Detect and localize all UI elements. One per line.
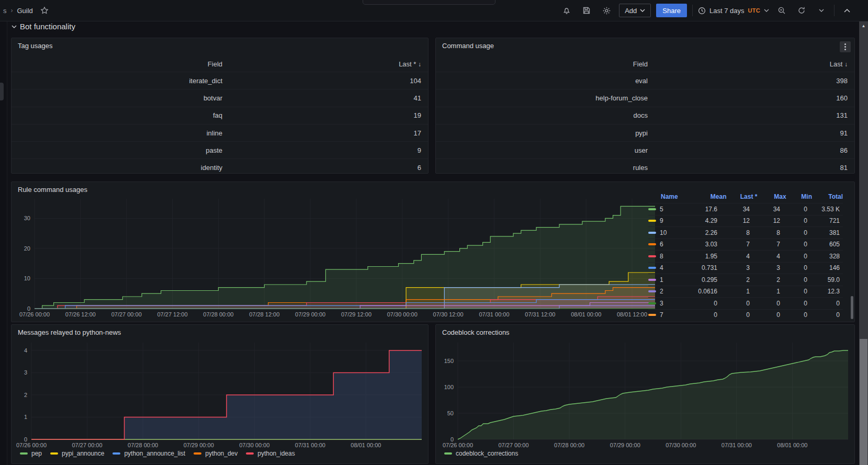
legend-row[interactable]: 94.2912120721: [648, 215, 843, 227]
legend-item[interactable]: codeblock_corrections: [444, 450, 518, 457]
x-axis-tick-label: 08/01 00:00: [571, 311, 601, 318]
legend-label: python_ideas: [257, 450, 295, 457]
x-axis-tick-label: 07/28 12:00: [249, 311, 279, 318]
legend-cell-min: 0: [780, 288, 807, 295]
gear-icon[interactable]: [599, 3, 614, 18]
table-row: rules81: [436, 158, 854, 174]
x-axis-tick-label: 07/29 00:00: [184, 442, 214, 449]
legend-row[interactable]: 10.29522059.0: [648, 274, 843, 286]
refresh-icon[interactable]: [794, 3, 809, 18]
panel-title[interactable]: Rule command usages: [18, 186, 87, 194]
table-row: docs131: [436, 107, 854, 124]
table-row: iterate_dict104: [12, 72, 428, 89]
legend-column-header[interactable]: Max: [757, 193, 786, 200]
legend-item[interactable]: python_announce_list: [112, 450, 185, 457]
column-header-field[interactable]: Field: [436, 60, 655, 68]
legend-cell-min: 0: [780, 264, 807, 271]
cell-last: 398: [655, 77, 854, 85]
legend-item[interactable]: pep: [20, 450, 42, 457]
legend-cell-mean: 0: [683, 300, 717, 307]
rule-command-usages-chart[interactable]: 010203007/26 00:0007/26 12:0007/27 00:00…: [16, 196, 657, 318]
breadcrumb-current[interactable]: Guild: [17, 7, 33, 15]
panel-title[interactable]: Codeblock corrections: [442, 328, 510, 336]
legend-cell-max: 2: [750, 276, 780, 283]
page-scrollbar[interactable]: [859, 21, 868, 465]
series-color-icon: [648, 302, 656, 304]
refresh-interval-chevron-icon[interactable]: [814, 3, 829, 18]
legend-label: python_dev: [205, 450, 238, 457]
x-axis-tick-label: 07/31 00:00: [295, 442, 325, 449]
row-header-bot-functionality[interactable]: Bot functionality: [12, 22, 75, 31]
legend-scrollbar-thumb[interactable]: [851, 296, 853, 319]
cell-last: 9: [229, 146, 428, 154]
legend-row[interactable]: 40.731330146: [648, 262, 843, 274]
legend-cell-total: 328: [807, 253, 840, 260]
save-icon[interactable]: [579, 3, 594, 18]
series-color-icon: [648, 290, 656, 292]
panel-menu-icon[interactable]: [840, 41, 851, 52]
toolbar-divider: [692, 5, 693, 16]
legend-column-header[interactable]: Mean: [694, 193, 727, 200]
legend-row[interactable]: 20.061611012.3: [648, 286, 843, 298]
time-range-label: Last 7 days: [709, 7, 745, 15]
share-button[interactable]: Share: [656, 4, 687, 17]
zoom-out-icon[interactable]: [774, 3, 789, 18]
legend-series-name: 4: [660, 264, 663, 271]
scrollbar-thumb[interactable]: [860, 339, 867, 465]
legend-item[interactable]: python_ideas: [246, 450, 295, 457]
legend-cell-last: 7: [717, 241, 750, 248]
bell-icon[interactable]: [559, 3, 574, 18]
y-axis-tick-label: 50: [440, 410, 454, 417]
x-axis-tick-label: 07/31 00:00: [479, 311, 509, 318]
command-usage-table: FieldLast ↓eval398help-forum_close160doc…: [436, 56, 854, 173]
add-button[interactable]: Add: [619, 4, 651, 17]
legend-cell-total: 0: [807, 311, 840, 319]
rule-legend-table: NameMeanLast *MaxMinTotal517.6343403.53 …: [648, 190, 843, 321]
legend-cell-mean: 2.26: [683, 229, 717, 236]
legend-row[interactable]: 102.26880381: [648, 226, 843, 239]
legend-item[interactable]: python_dev: [194, 450, 238, 457]
collapse-topbar-icon[interactable]: [840, 3, 854, 18]
legend-column-header[interactable]: Min: [786, 193, 812, 200]
panel-title[interactable]: Command usage: [442, 42, 494, 50]
x-axis-tick-label: 07/26 12:00: [65, 311, 96, 318]
messages-relayed-chart[interactable]: 0123407/26 00:0007/27 00:0007/28 00:0007…: [16, 339, 424, 460]
legend-column-header[interactable]: Last *: [727, 193, 758, 200]
legend-row[interactable]: 517.6343403.53 K: [648, 203, 843, 215]
legend-column-header[interactable]: Name: [648, 193, 694, 200]
x-axis-tick-label: 07/30 12:00: [433, 311, 464, 318]
series-color-icon: [648, 255, 656, 257]
series-color-icon: [648, 208, 656, 210]
column-header-field[interactable]: Field: [12, 60, 229, 68]
codeblock-corrections-chart[interactable]: 05010015007/26 00:0007/27 00:0007/28 00:…: [440, 339, 850, 460]
table-row: identity6: [12, 158, 428, 174]
timezone-label: UTC: [748, 7, 760, 14]
legend-cell-last: 3: [717, 264, 750, 271]
chart-canvas[interactable]: [16, 196, 657, 318]
legend-row[interactable]: 63.03770605: [648, 239, 843, 251]
table-row: paste9: [12, 141, 428, 158]
scrollbar-up-arrow-icon[interactable]: [859, 22, 868, 29]
legend-series-name: 10: [660, 229, 667, 236]
breadcrumb-truncated[interactable]: s: [3, 7, 7, 15]
cell-field: user: [436, 146, 655, 154]
time-range-picker[interactable]: Last 7 days UTC: [698, 7, 769, 15]
column-header-last[interactable]: Last * ↓: [229, 60, 428, 68]
star-icon[interactable]: [37, 3, 52, 18]
legend-row[interactable]: 700000: [648, 309, 843, 321]
legend-row[interactable]: 81.95440328: [648, 250, 843, 262]
x-axis-tick-label: 07/29 00:00: [295, 311, 325, 318]
legend-item[interactable]: pypi_announce: [50, 450, 104, 457]
legend-row[interactable]: 300000: [648, 297, 843, 309]
sidebar-expand-handle[interactable]: [0, 83, 4, 100]
column-header-last[interactable]: Last ↓: [655, 60, 854, 68]
cell-field: identity: [12, 164, 229, 172]
search-box-partial[interactable]: [363, 0, 495, 5]
panel-title[interactable]: Messages relayed to python-news: [18, 328, 121, 336]
cell-last: 19: [229, 111, 428, 119]
legend-cell-mean: 4.29: [683, 217, 717, 224]
legend-cell-mean: 0: [683, 311, 717, 319]
legend-column-header[interactable]: Total: [812, 193, 843, 200]
panel-title[interactable]: Tag usages: [18, 42, 53, 50]
x-axis-tick-label: 07/27 12:00: [157, 311, 187, 318]
